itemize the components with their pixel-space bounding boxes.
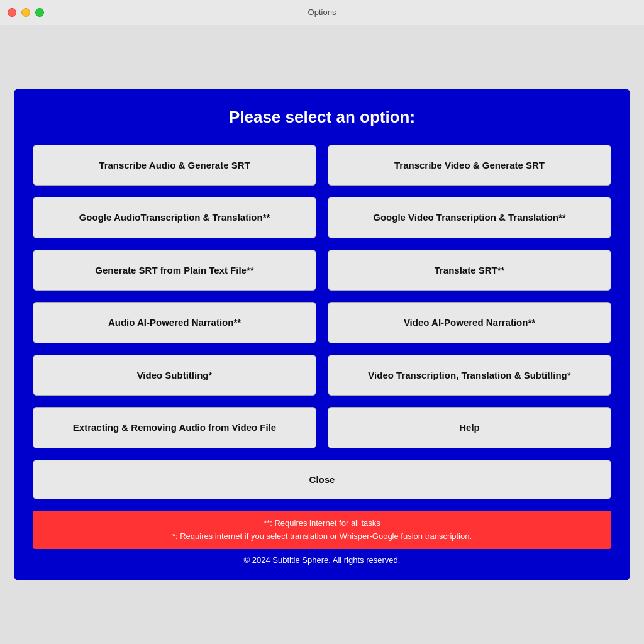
google-video-transcription-button[interactable]: Google Video Transcription & Translation… — [328, 197, 611, 238]
copyright-text: © 2024 Subtitle Sphere. All rights reser… — [244, 555, 401, 565]
titlebar-buttons — [8, 8, 44, 17]
options-grid: Transcribe Audio & Generate SRT Transcri… — [33, 145, 611, 448]
video-transcription-translation-subtitling-button[interactable]: Video Transcription, Translation & Subti… — [328, 355, 611, 396]
main-content: Please select an option: Transcribe Audi… — [0, 25, 644, 644]
notice-box: **: Requires internet for all tasks *: R… — [33, 511, 611, 550]
close-row: Close — [33, 460, 611, 499]
close-button[interactable]: Close — [33, 460, 611, 499]
extracting-removing-audio-button[interactable]: Extracting & Removing Audio from Video F… — [33, 407, 316, 448]
video-subtitling-button[interactable]: Video Subtitling* — [33, 355, 316, 396]
notice-line1: **: Requires internet for all tasks — [43, 517, 601, 530]
help-button[interactable]: Help — [328, 407, 611, 448]
audio-ai-narration-button[interactable]: Audio AI-Powered Narration** — [33, 302, 316, 343]
transcribe-audio-srt-button[interactable]: Transcribe Audio & Generate SRT — [33, 145, 316, 186]
video-ai-narration-button[interactable]: Video AI-Powered Narration** — [328, 302, 611, 343]
close-window-button[interactable] — [8, 8, 16, 17]
titlebar: Options — [0, 0, 644, 25]
google-audio-transcription-button[interactable]: Google AudioTranscription & Translation*… — [33, 197, 316, 238]
notice-line2: *: Requires internet if you select trans… — [43, 530, 601, 543]
minimize-window-button[interactable] — [21, 8, 30, 17]
panel-title: Please select an option: — [229, 108, 415, 127]
window-title: Options — [308, 8, 336, 17]
generate-srt-plain-text-button[interactable]: Generate SRT from Plain Text File** — [33, 250, 316, 291]
translate-srt-button[interactable]: Translate SRT** — [328, 250, 611, 291]
options-panel: Please select an option: Transcribe Audi… — [14, 89, 630, 581]
maximize-window-button[interactable] — [35, 8, 44, 17]
transcribe-video-srt-button[interactable]: Transcribe Video & Generate SRT — [328, 145, 611, 186]
